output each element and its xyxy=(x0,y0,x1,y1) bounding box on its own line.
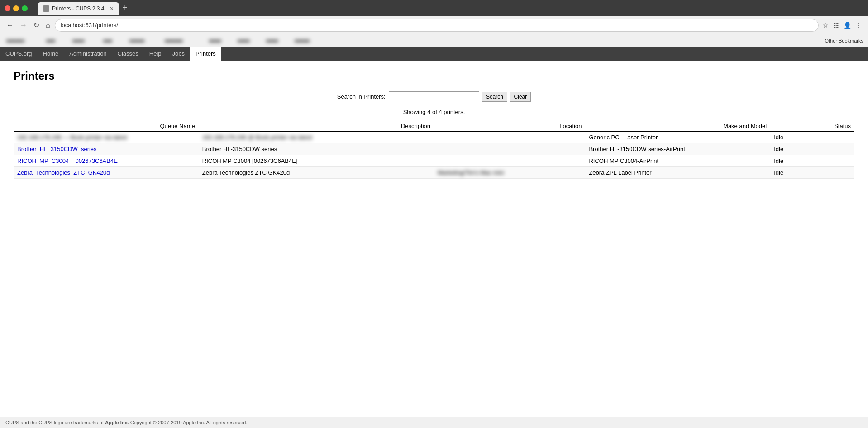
col-make-model: Make and Model xyxy=(585,121,770,132)
col-queue-name: Queue Name xyxy=(14,121,199,132)
printers-table: Queue Name Description Location Make and… xyxy=(14,121,854,179)
col-status: Status xyxy=(770,121,854,132)
bookmark-item[interactable]: ■■■■ xyxy=(207,37,232,44)
model-cell: Zebra ZPL Label Printer xyxy=(585,166,770,178)
back-button[interactable]: ← xyxy=(5,20,15,30)
status-cell: Idle xyxy=(770,155,854,166)
queue-name-cell: RICOH_MP_C3004__002673C6AB4E_ xyxy=(14,155,199,166)
bookmark-item[interactable]: ■■■■■■ xyxy=(163,37,204,44)
menu-icon[interactable]: ⋮ xyxy=(854,21,863,30)
tab-close-button[interactable]: × xyxy=(110,5,114,12)
clear-button[interactable]: Clear xyxy=(510,92,531,102)
browser-chrome: Printers - CUPS 2.3.4 × + ← → ↻ ⌂ localh… xyxy=(0,0,868,47)
description-cell: 192.168.178.246 @ Book printer via lates… xyxy=(199,131,434,143)
tab-favicon xyxy=(43,5,49,12)
table-row: 192.168.178.246 — Book printer via lates… xyxy=(14,131,854,143)
new-tab-button[interactable]: + xyxy=(123,3,128,13)
search-button[interactable]: Search xyxy=(482,92,507,102)
showing-text: Showing 4 of 4 printers. xyxy=(14,109,854,115)
browser-toolbar: ← → ↻ ⌂ localhost:631/printers/ ☆ ☷ 👤 ⋮ xyxy=(0,16,868,34)
location-cell xyxy=(434,131,585,143)
table-row: Brother_HL_3150CDW_seriesBrother HL-3150… xyxy=(14,143,854,155)
nav-home[interactable]: Home xyxy=(38,47,64,61)
table-header-row: Queue Name Description Location Make and… xyxy=(14,121,854,132)
tab-bar: Printers - CUPS 2.3.4 × + xyxy=(33,1,863,15)
tab-title: Printers - CUPS 2.3.4 xyxy=(52,5,107,12)
description-cell: Brother HL-3150CDW series xyxy=(199,143,434,155)
window-controls xyxy=(5,5,28,11)
description-blurred: 192.168.178.246 @ Book printer via lates… xyxy=(202,134,312,141)
toolbar-icons: ☆ ☷ 👤 ⋮ xyxy=(821,21,863,30)
queue-name-blurred: 192.168.178.246 — Book printer via lates… xyxy=(17,134,127,141)
queue-name-cell: Brother_HL_3150CDW_series xyxy=(14,143,199,155)
page-title: Printers xyxy=(14,70,854,82)
location-cell: Marketing/Tim's Mac mini xyxy=(434,166,585,178)
forward-button[interactable]: → xyxy=(18,20,29,30)
bookmarks-bar: ■■■■■■ ■■■ ■■■■ ■■■ ■■■■■ ■■■■■■ ■■■■ ■■… xyxy=(0,34,868,47)
model-cell: Brother HL-3150CDW series-AirPrint xyxy=(585,143,770,155)
nav-classes[interactable]: Classes xyxy=(112,47,144,61)
home-button[interactable]: ⌂ xyxy=(44,20,52,30)
location-cell xyxy=(434,143,585,155)
search-label: Search in Printers: xyxy=(337,93,386,100)
nav-administration[interactable]: Administration xyxy=(64,47,112,61)
col-location: Location xyxy=(434,121,585,132)
model-cell: Generic PCL Laser Printer xyxy=(585,131,770,143)
close-window-button[interactable] xyxy=(5,5,10,11)
profile-icon[interactable]: 👤 xyxy=(842,21,853,30)
queue-name-cell: Zebra_Technologies_ZTC_GK420d xyxy=(14,166,199,178)
table-row: RICOH_MP_C3004__002673C6AB4E_RICOH MP C3… xyxy=(14,155,854,166)
other-bookmarks[interactable]: Other Bookmarks xyxy=(825,38,863,43)
description-cell: RICOH MP C3004 [002673C6AB4E] xyxy=(199,155,434,166)
bookmark-item[interactable]: ■■■■■ xyxy=(293,37,322,44)
printers-tbody: 192.168.178.246 — Book printer via lates… xyxy=(14,131,854,178)
nav-help[interactable]: Help xyxy=(144,47,167,61)
location-cell xyxy=(434,155,585,166)
browser-titlebar: Printers - CUPS 2.3.4 × + xyxy=(0,0,868,16)
status-cell: Idle xyxy=(770,166,854,178)
nav-printers[interactable]: Printers xyxy=(190,47,221,61)
model-cell: RICOH MP C3004-AirPrint xyxy=(585,155,770,166)
status-cell: Idle xyxy=(770,143,854,155)
search-input[interactable] xyxy=(389,91,479,101)
search-section: Search in Printers: Search Clear xyxy=(14,91,854,102)
printer-link[interactable]: RICOH_MP_C3004__002673C6AB4E_ xyxy=(17,157,121,164)
bookmark-item[interactable]: ■■■■■■ xyxy=(5,37,41,44)
nav-jobs[interactable]: Jobs xyxy=(167,47,190,61)
bookmark-item[interactable]: ■■■■ xyxy=(236,37,261,44)
extensions-icon[interactable]: ☷ xyxy=(832,21,840,30)
description-cell: Zebra Technologies ZTC GK420d xyxy=(199,166,434,178)
bookmark-item[interactable]: ■■■■ xyxy=(264,37,289,44)
printer-link[interactable]: Zebra_Technologies_ZTC_GK420d xyxy=(17,169,110,176)
address-bar[interactable]: localhost:631/printers/ xyxy=(55,19,819,32)
cups-nav: CUPS.org Home Administration Classes Hel… xyxy=(0,47,868,61)
bookmark-item[interactable]: ■■■ xyxy=(101,37,124,44)
bookmark-item[interactable]: ■■■■■ xyxy=(128,37,159,44)
table-row: Zebra_Technologies_ZTC_GK420dZebra Techn… xyxy=(14,166,854,178)
minimize-window-button[interactable] xyxy=(13,5,19,11)
bookmark-item[interactable]: ■■■■ xyxy=(71,37,98,44)
queue-name-cell: 192.168.178.246 — Book printer via lates… xyxy=(14,131,199,143)
printer-link[interactable]: Brother_HL_3150CDW_series xyxy=(17,146,97,152)
maximize-window-button[interactable] xyxy=(22,5,28,11)
url-display: localhost:631/printers/ xyxy=(61,22,118,29)
location-blurred: Marketing/Tim's Mac mini xyxy=(438,169,504,176)
bookmark-icon[interactable]: ☆ xyxy=(821,21,830,30)
nav-cups-org[interactable]: CUPS.org xyxy=(0,47,38,61)
active-tab[interactable]: Printers - CUPS 2.3.4 × xyxy=(38,2,119,15)
main-content: Printers Search in Printers: Search Clea… xyxy=(0,61,868,188)
status-cell: Idle xyxy=(770,131,854,143)
col-description: Description xyxy=(199,121,434,132)
reload-button[interactable]: ↻ xyxy=(32,20,41,30)
bookmark-item[interactable]: ■■■ xyxy=(44,37,67,44)
